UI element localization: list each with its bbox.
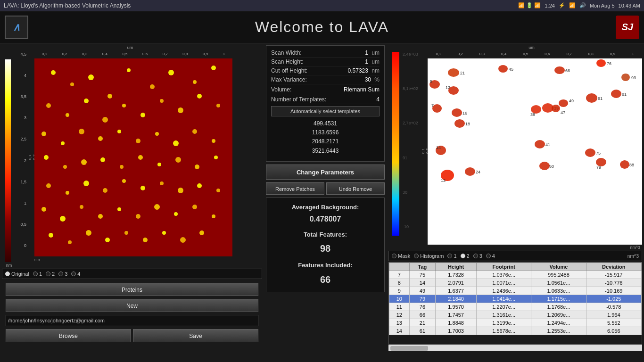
max-var-value: 30 (365, 76, 371, 83)
radio-2-dot (46, 272, 50, 276)
cell-5: 6.056 (586, 327, 641, 335)
cell-1: 49 (409, 287, 436, 295)
cell-3: 1.2436e... (477, 287, 531, 295)
svg-point-41 (83, 181, 89, 186)
templates-label: Number of Templates: (271, 96, 326, 103)
svg-point-33 (120, 165, 124, 169)
change-params-button[interactable]: Change Parameters (266, 165, 385, 180)
svg-point-109 (465, 167, 475, 176)
radio-s1-dot (447, 254, 452, 258)
table-row[interactable]: 11761.95701.2207e...1.1768e...-0.578 (389, 303, 642, 311)
svg-point-50 (60, 216, 66, 222)
svg-text:93: 93 (631, 75, 636, 80)
browse-button[interactable]: Browse (6, 329, 131, 342)
value-1: 499.4531 (271, 119, 380, 128)
svg-point-103 (535, 140, 545, 148)
svg-point-47 (197, 183, 202, 188)
radio-s2[interactable]: 2 (461, 253, 470, 259)
svg-point-20 (61, 141, 65, 145)
new-button[interactable]: New (6, 299, 258, 312)
app-header: ∧ Welcome to LAVA SJ (0, 11, 644, 43)
svg-point-17 (197, 94, 202, 99)
svg-point-26 (173, 140, 179, 146)
cell-2: 1.6377 (436, 287, 477, 295)
table-row[interactable]: 8142.07911.0071e...1.0561e...-10.776 (389, 279, 642, 287)
radio-s2-label: 2 (467, 253, 470, 259)
cell-5: 1.964 (586, 311, 641, 319)
titlebar-title: LAVA: Lloyd's Algorithm-based Volumetric… (4, 2, 131, 9)
table-row[interactable]: 12661.74571.3161e...1.2069e...1.964 (389, 311, 642, 319)
svg-point-5 (150, 84, 155, 89)
svg-point-24 (136, 139, 140, 143)
cell-1: 66 (409, 311, 436, 319)
svg-text:79: 79 (596, 165, 601, 170)
svg-point-31 (81, 159, 87, 165)
svg-text:66: 66 (565, 68, 570, 73)
svg-point-63 (124, 231, 128, 235)
save-button[interactable]: Save (133, 329, 258, 342)
radio-original-dot (5, 272, 10, 276)
filepath-input[interactable] (6, 315, 258, 326)
radio-s4[interactable]: 4 (486, 253, 495, 259)
radio-2[interactable]: 2 (46, 271, 55, 277)
mid-panel: Scan Width: 1 um Scan Height: 1 um Cut-o… (264, 43, 387, 362)
cell-3: 1.2207e... (477, 303, 531, 311)
cutoff-label: Cut-off Height: (271, 67, 307, 74)
heatmap-radio-bar: Original 1 2 3 4 (2, 269, 262, 279)
svg-point-2 (88, 74, 94, 80)
cell-4: 1.1768e... (531, 303, 586, 311)
scroll-thumb[interactable] (390, 346, 428, 351)
radio-s3-dot (473, 254, 478, 258)
cell-0: 12 (389, 311, 410, 319)
heatmap-x-ticks: 0,10,20,30,40,50,60,70,80,91 (34, 52, 232, 58)
radio-mask[interactable]: Mask (392, 253, 410, 259)
radio-original[interactable]: Original (5, 271, 29, 277)
svg-point-51 (80, 205, 83, 209)
svg-point-105 (585, 148, 595, 157)
max-var-label: Max Variance: (271, 76, 307, 83)
radio-1[interactable]: 1 (33, 271, 42, 277)
scatter-area: 2,4e+038,1e+022,7e+029130-10 um 0,10,20,… (388, 45, 642, 250)
cell-5: -15.917 (586, 271, 641, 279)
svg-point-61 (86, 230, 91, 236)
svg-point-60 (68, 240, 72, 244)
remove-patches-button[interactable]: Remove Patches (266, 182, 324, 195)
table-scrollbar[interactable] (388, 345, 642, 351)
logo-text: ∧ (13, 21, 20, 33)
table-row[interactable]: 13211.88481.3199e...1.2494e...5.552 (389, 319, 642, 327)
table-row[interactable]: 7751.73281.0376e...995.2488-15.917 (389, 271, 642, 279)
scatter-left-axis (388, 45, 403, 236)
cell-3: 1.0376e... (477, 271, 531, 279)
radio-s3[interactable]: 3 (473, 253, 482, 259)
table-row[interactable]: 9491.63771.2436e...1.0633e...-10.169 (389, 287, 642, 295)
cell-3: 1.0071e... (477, 279, 531, 287)
radio-histogram[interactable]: Histogram (414, 253, 444, 259)
scatter-plot: 21 45 66 76 93 (428, 58, 642, 245)
svg-text:21: 21 (460, 71, 465, 75)
auto-select-button[interactable]: Automatically select templates (271, 106, 380, 116)
cell-2: 1.9570 (436, 303, 477, 311)
svg-point-62 (105, 238, 110, 242)
radio-2-label: 2 (52, 271, 55, 277)
svg-point-0 (51, 70, 56, 75)
table-row[interactable]: 14611.70031.5678e...1.2553e...6.056 (389, 327, 642, 335)
svg-point-25 (155, 132, 159, 136)
svg-text:61: 61 (598, 96, 603, 101)
value-4: 3521.6443 (271, 147, 380, 156)
table-row[interactable]: 10792.18401.0414e...1.1715e...-1.025 (389, 295, 642, 303)
cell-5: -10.169 (586, 287, 641, 295)
svg-point-43 (122, 179, 126, 183)
svg-point-30 (63, 165, 67, 169)
radio-3[interactable]: 3 (58, 271, 67, 277)
svg-point-58 (212, 214, 215, 218)
proteins-button[interactable]: Proteins (6, 283, 258, 296)
heatmap-canvas (34, 58, 232, 256)
radio-s1[interactable]: 1 (447, 253, 456, 259)
cell-0: 9 (389, 287, 410, 295)
svg-point-22 (98, 136, 103, 141)
undo-remove-button[interactable]: Undo Remove (326, 182, 385, 195)
svg-point-67 (199, 230, 204, 235)
svg-text:13: 13 (441, 178, 446, 183)
su-logo-text: SJ (622, 22, 633, 33)
radio-4[interactable]: 4 (71, 271, 80, 277)
